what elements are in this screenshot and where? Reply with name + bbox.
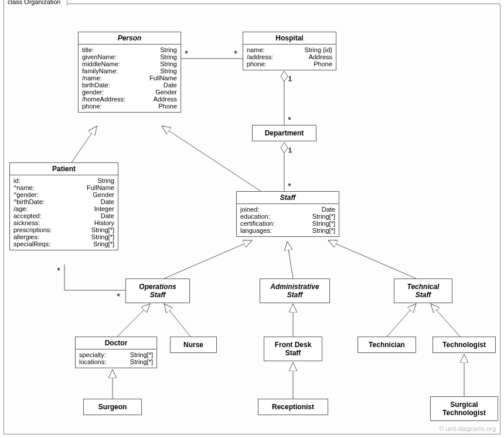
class-attrs: name:String {id} /address:Address phone:…: [243, 45, 336, 70]
watermark: © uml-diagrams.org: [439, 425, 496, 432]
class-title: Surgical Technologist: [431, 397, 498, 420]
uml-class-diagram: class Organization Person title:String g…: [0, 0, 504, 438]
class-attrs: joined:Date education:String[*] certific…: [237, 204, 339, 236]
class-title: Hospital: [243, 32, 336, 44]
class-title: Department: [253, 125, 316, 141]
class-front-desk-staff: Front Desk Staff: [264, 337, 322, 361]
class-receptionist: Receptionist: [258, 399, 328, 415]
class-doctor: Doctor specialty:String[*] locations:Str…: [75, 337, 157, 368]
class-title: Patient: [10, 163, 118, 175]
class-title: Nurse: [171, 337, 216, 352]
class-patient: Patient id:String ^name:FullName ^gender…: [9, 162, 118, 250]
class-title: Operations Staff: [126, 279, 189, 303]
class-title: Surgeon: [84, 399, 141, 415]
frame-label: class Organization: [4, 0, 67, 6]
class-administrative-staff: Administrative Staff: [260, 279, 330, 303]
class-attrs: specialty:String[*] locations:String[*]: [76, 349, 156, 368]
class-operations-staff: Operations Staff: [125, 279, 190, 303]
class-title: Technologist: [433, 337, 495, 352]
class-attrs: title:String givenName:String middleName…: [79, 45, 181, 112]
class-department: Department: [252, 125, 316, 141]
class-technologist: Technologist: [433, 337, 496, 353]
class-title: Technician: [358, 337, 416, 352]
class-technician: Technician: [357, 337, 416, 353]
class-person: Person title:String givenName:String mid…: [78, 32, 181, 113]
class-technical-staff: Technical Staff: [394, 279, 452, 303]
class-title: Administrative Staff: [260, 279, 329, 303]
class-surgical-technologist: Surgical Technologist: [430, 396, 498, 421]
class-hospital: Hospital name:String {id} /address:Addre…: [243, 32, 336, 70]
class-title: Person: [79, 32, 181, 44]
class-title: Staff: [237, 192, 339, 203]
class-title: Receptionist: [258, 399, 328, 415]
class-title: Technical Staff: [394, 279, 452, 303]
class-surgeon: Surgeon: [83, 399, 142, 415]
class-attrs: id:String ^name:FullName ^gender:Gender …: [10, 175, 118, 250]
class-nurse: Nurse: [170, 337, 217, 353]
class-staff: Staff joined:Date education:String[*] ce…: [236, 191, 339, 237]
class-title: Doctor: [76, 337, 156, 349]
class-title: Front Desk Staff: [264, 337, 322, 361]
